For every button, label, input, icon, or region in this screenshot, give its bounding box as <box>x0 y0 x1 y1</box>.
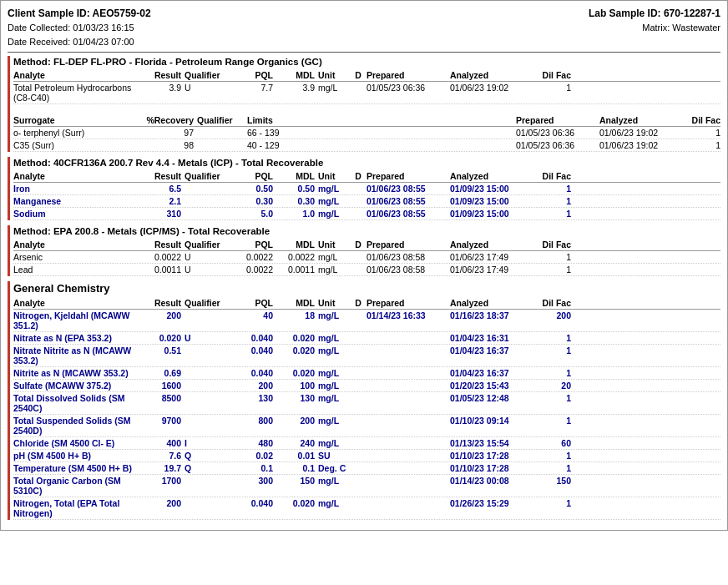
analyte-d <box>350 184 367 194</box>
col-d: D <box>350 70 367 80</box>
table-row: Total Organic Carbon (SM 5310C) 1700 300… <box>13 475 720 497</box>
analyte-d <box>350 345 367 366</box>
surr-name: o- terphenyl (Surr) <box>13 128 143 138</box>
analyte-prepared <box>367 416 450 436</box>
analyte-d <box>350 368 367 378</box>
surr-col-spacer <box>314 115 516 125</box>
analyte-qualifier <box>185 310 230 330</box>
analyte-pql: 0.30 <box>230 196 276 206</box>
analyte-result: 8500 <box>143 393 185 413</box>
analyte-name: Total Suspended Solids (SM 2540D) <box>13 416 143 436</box>
col-d: D <box>350 171 367 181</box>
analyte-mdl: 0.01 <box>276 451 318 461</box>
analyte-mdl: 150 <box>276 476 318 496</box>
analyte-dilfac: 1 <box>533 209 571 219</box>
analyte-result: 19.7 <box>143 463 185 473</box>
analyte-prepared: 01/06/23 08:58 <box>367 252 450 262</box>
surr-col-recovery: %Recovery <box>143 115 197 125</box>
analyte-unit: mg/L <box>318 333 350 343</box>
analyte-qualifier <box>185 196 230 206</box>
analyte-qualifier <box>185 393 230 413</box>
analyte-mdl: 0.020 <box>276 368 318 378</box>
analyte-analyzed: 01/20/23 15:43 <box>450 381 533 391</box>
analyte-prepared: 01/05/23 06:36 <box>367 83 450 103</box>
report-header: Client Sample ID: AEO5759-02 Date Collec… <box>8 6 720 48</box>
col-qualifier: Qualifier <box>185 70 230 80</box>
analyte-pql: 0.50 <box>230 184 276 194</box>
col-mdl: MDL <box>276 240 318 250</box>
analyte-result: 200 <box>143 310 185 330</box>
analyte-pql: 0.0022 <box>230 252 276 262</box>
method-section-4: General Chemistry Analyte Result Qualifi… <box>8 281 720 520</box>
analyte-qualifier: I <box>185 438 230 448</box>
analyte-d <box>350 333 367 343</box>
analyte-prepared <box>367 368 450 378</box>
analyte-analyzed: 01/10/23 17:28 <box>450 463 533 473</box>
col-qualifier: Qualifier <box>185 171 230 181</box>
analyte-pql: 0.1 <box>230 463 276 473</box>
analyte-result: 1600 <box>143 381 185 391</box>
analyte-name: Nitrite as N (MCAWW 353.2) <box>13 368 143 378</box>
analyte-dilfac: 1 <box>533 265 571 275</box>
lab-sample-id: Lab Sample ID: 670-12287-1 <box>589 6 720 21</box>
col-analyzed: Analyzed <box>450 298 533 308</box>
analyte-dilfac: 1 <box>533 368 571 378</box>
analyte-d <box>350 451 367 461</box>
analyte-analyzed: 01/09/23 15:00 <box>450 209 533 219</box>
analyte-pql: 0.040 <box>230 368 276 378</box>
col-unit: Unit <box>318 298 350 308</box>
surr-limits: 66 - 139 <box>247 128 314 138</box>
analyte-unit: mg/L <box>318 345 350 366</box>
col-dilfac: Dil Fac <box>533 298 571 308</box>
col-prepared: Prepared <box>367 171 450 181</box>
analyte-mdl: 18 <box>276 310 318 330</box>
analyte-unit: mg/L <box>318 416 350 436</box>
analyte-unit: mg/L <box>318 83 350 103</box>
analyte-mdl: 0.50 <box>276 184 318 194</box>
analyte-name: Total Petroleum Hydrocarbons(C8-C40) <box>13 83 143 103</box>
analyte-name: Iron <box>13 184 143 194</box>
table-row: Total Petroleum Hydrocarbons(C8-C40) 3.9… <box>13 82 720 104</box>
analyte-mdl: 1.0 <box>276 209 318 219</box>
matrix: Matrix: Wastewater <box>589 21 720 35</box>
analyte-dilfac: 60 <box>533 438 571 448</box>
col-pql: PQL <box>230 70 276 80</box>
table-row: Chloride (SM 4500 Cl- E) 400 I 480 240 m… <box>13 437 720 450</box>
analyte-qualifier: U <box>185 83 230 103</box>
surr-limits: 40 - 129 <box>247 140 314 150</box>
analyte-qualifier <box>185 498 230 518</box>
analyte-analyzed: 01/06/23 19:02 <box>450 83 533 103</box>
analyte-name: Total Organic Carbon (SM 5310C) <box>13 476 143 496</box>
analyte-d <box>350 381 367 391</box>
col-analyte: Analyte <box>13 240 143 250</box>
col-prepared: Prepared <box>367 70 450 80</box>
analyte-name: pH (SM 4500 H+ B) <box>13 451 143 461</box>
analyte-mdl: 3.9 <box>276 83 318 103</box>
analyte-dilfac: 1 <box>533 196 571 206</box>
analyte-prepared <box>367 345 450 366</box>
analyte-dilfac: 200 <box>533 310 571 330</box>
method3-col-headers: Analyte Result Qualifier PQL MDL Unit D … <box>13 239 720 251</box>
surr-col-dilfac: Dil Fac <box>683 115 720 125</box>
col-mdl: MDL <box>276 70 318 80</box>
table-row: Sodium 310 5.0 1.0 mg/L 01/06/23 08:55 0… <box>13 208 720 220</box>
analyte-pql: 0.040 <box>230 498 276 518</box>
analyte-name: Nitrate as N (EPA 353.2) <box>13 333 143 343</box>
analyte-result: 3.9 <box>143 83 185 103</box>
col-result: Result <box>143 298 185 308</box>
analyte-d <box>350 498 367 518</box>
col-analyte: Analyte <box>13 298 143 308</box>
surr-prepared: 01/05/23 06:36 <box>516 128 599 138</box>
analyte-name: Lead <box>13 265 143 275</box>
table-row: Manganese 2.1 0.30 0.30 mg/L 01/06/23 08… <box>13 195 720 208</box>
analyte-mdl: 240 <box>276 438 318 448</box>
analyte-mdl: 0.020 <box>276 498 318 518</box>
analyte-analyzed: 01/16/23 18:37 <box>450 310 533 330</box>
analyte-d <box>350 265 367 275</box>
surr-dilfac: 1 <box>683 140 720 150</box>
method4-col-headers: Analyte Result Qualifier PQL MDL Unit D … <box>13 297 720 310</box>
analyte-unit: mg/L <box>318 393 350 413</box>
col-mdl: MDL <box>276 298 318 308</box>
analyte-pql: 0.0022 <box>230 265 276 275</box>
surr-col-prepared: Prepared <box>516 115 599 125</box>
